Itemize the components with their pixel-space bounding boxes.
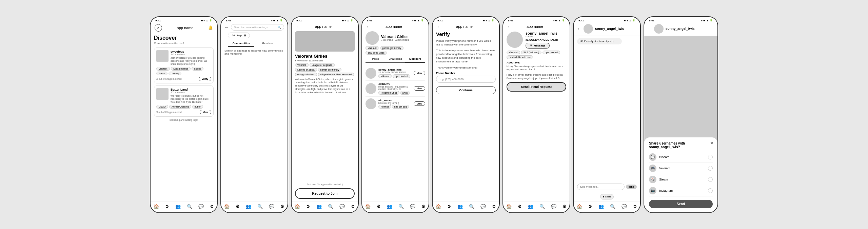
nav-chat-6[interactable]: 💬: [551, 204, 556, 209]
member-view-btn-1[interactable]: View: [414, 71, 425, 75]
share-button[interactable]: ⬆ share: [600, 194, 613, 199]
tag-butter[interactable]: butter: [192, 105, 203, 109]
nav-chat-3[interactable]: 💬: [339, 204, 345, 209]
nav-more-5[interactable]: ⚙: [492, 204, 496, 209]
tag-ac[interactable]: Animal Crossing: [169, 105, 191, 109]
share-option-valorant[interactable]: 🎮 Valorant: [649, 163, 713, 174]
nav-home-3[interactable]: 🏠: [295, 204, 300, 209]
tag-vibes-d[interactable]: only good vibes!: [295, 73, 317, 76]
steam-radio[interactable]: [708, 177, 713, 182]
continue-button[interactable]: Continue: [436, 86, 496, 94]
tag-cooking[interactable]: cooking: [169, 72, 181, 75]
tab-members[interactable]: Members: [254, 40, 281, 47]
nav-settings-3[interactable]: ⚙: [306, 204, 310, 209]
nav-home-7[interactable]: 🏠: [577, 204, 582, 209]
tag-girlie-d[interactable]: gamer girl friendly: [318, 68, 342, 72]
nav-chat-2[interactable]: 💬: [269, 204, 274, 209]
back-arrow-6[interactable]: ←: [507, 24, 512, 29]
instagram-radio[interactable]: [708, 188, 713, 193]
nav-settings-5[interactable]: ⚙: [447, 204, 451, 209]
mtag-poke-2[interactable]: Pokemon Unite: [378, 91, 399, 95]
mtag-dog-3[interactable]: has pet dog: [392, 105, 409, 109]
tag-val-4[interactable]: Valorant: [366, 46, 379, 50]
nav-search-3[interactable]: 🔍: [328, 204, 333, 209]
nav-groups-1[interactable]: 👥: [175, 204, 181, 209]
nav-chat-1[interactable]: 💬: [198, 204, 204, 209]
mtag-artist-2[interactable]: artist: [400, 91, 410, 95]
nav-settings-4[interactable]: ⚙: [377, 204, 381, 209]
nav-search-7[interactable]: 🔍: [610, 204, 615, 209]
close-icon-1[interactable]: ✕: [155, 24, 162, 32]
back-arrow-7[interactable]: ←: [577, 26, 581, 31]
nav-search-6[interactable]: 🔍: [539, 204, 545, 209]
nav-search-1[interactable]: 🔍: [187, 204, 192, 209]
nav-groups-4[interactable]: 👥: [387, 204, 392, 209]
ptag-sit2[interactable]: Sit 2 (Valorant): [521, 51, 541, 54]
nav-search-2[interactable]: 🔍: [257, 204, 263, 209]
nav-home-4[interactable]: 🏠: [365, 204, 371, 209]
tab-posts[interactable]: Posts: [366, 56, 386, 62]
nav-chat-5[interactable]: 💬: [480, 204, 486, 209]
nav-home-5[interactable]: 🏠: [436, 204, 441, 209]
ptag-openchat[interactable]: open to chat: [542, 51, 560, 54]
tag-gender-d[interactable]: d5 gender identities welcome!: [318, 73, 354, 76]
view-button-1[interactable]: View: [200, 110, 211, 114]
tab-communities[interactable]: Communities: [228, 40, 254, 47]
nav-settings-2[interactable]: ⚙: [236, 204, 240, 209]
ptag-val[interactable]: Valorant: [507, 51, 520, 54]
tab-members-list[interactable]: Members: [405, 56, 425, 62]
mtag-val-1[interactable]: Valorant: [378, 74, 392, 78]
back-arrow-8[interactable]: ←: [648, 26, 652, 31]
back-arrow-2[interactable]: ←: [224, 25, 229, 30]
modal-close-button[interactable]: ✕: [710, 141, 713, 146]
nav-home-6[interactable]: 🏠: [506, 204, 512, 209]
add-tags-button[interactable]: Add tags ⊟: [228, 33, 250, 38]
tag-baking[interactable]: baking: [192, 67, 203, 71]
verify-button-1[interactable]: Verify: [199, 77, 211, 81]
nav-chat-7[interactable]: 💬: [622, 204, 627, 209]
nav-settings-1[interactable]: ⚙: [165, 204, 169, 209]
discord-radio[interactable]: [708, 155, 713, 159]
share-option-instagram[interactable]: 📷 Instagram: [649, 185, 713, 196]
nav-chat-4[interactable]: 💬: [410, 204, 415, 209]
back-arrow-3[interactable]: ←: [296, 24, 300, 29]
nav-search-4[interactable]: 🔍: [398, 204, 404, 209]
nav-home-2[interactable]: 🏠: [224, 204, 230, 209]
share-option-discord[interactable]: 💬 Discord: [649, 152, 713, 163]
member-view-btn-3[interactable]: View: [414, 101, 425, 106]
nav-groups-3[interactable]: 👥: [316, 204, 322, 209]
nav-groups-5[interactable]: 👥: [457, 204, 463, 209]
tag-valorant-d[interactable]: Valorant: [295, 63, 309, 67]
message-button[interactable]: ✉ Message: [526, 43, 550, 49]
tag-csgo[interactable]: CSGO: [156, 105, 168, 109]
tag-vibes-4[interactable]: only good vibes: [366, 51, 387, 55]
share-option-steam[interactable]: 🎲 Steam: [649, 174, 713, 185]
request-join-button[interactable]: Request to Join: [295, 188, 355, 199]
nav-search-5[interactable]: 🔍: [469, 204, 474, 209]
member-view-btn-2[interactable]: View: [414, 86, 425, 91]
tab-chatrooms[interactable]: Chatrooms: [386, 56, 406, 62]
nav-more-6[interactable]: ⚙: [563, 204, 567, 209]
chat-type-input[interactable]: [577, 184, 625, 190]
nav-groups-7[interactable]: 👥: [598, 204, 604, 209]
nav-more-1[interactable]: ⚙: [210, 204, 214, 209]
nav-groups-6[interactable]: 👥: [528, 204, 533, 209]
tag-drinks[interactable]: drinks: [156, 72, 167, 75]
send-friend-request-button[interactable]: Send Friend Request: [507, 82, 566, 92]
nav-groups-2[interactable]: 👥: [246, 204, 251, 209]
send-share-button[interactable]: Send: [649, 200, 713, 208]
ptag-mic[interactable]: comfortable with mic: [507, 55, 533, 59]
phone-input[interactable]: [436, 76, 496, 83]
tag-zelda-d[interactable]: Legend of Zelda: [295, 68, 317, 72]
mtag-fortnite-3[interactable]: Fortnite: [378, 105, 391, 109]
valorant-radio[interactable]: [708, 166, 713, 171]
tag-girlie-4[interactable]: gamer girl friendly: [380, 46, 404, 50]
back-arrow-5[interactable]: ←: [437, 24, 441, 29]
tag-lol-d[interactable]: League of Legends: [310, 63, 335, 67]
nav-more-2[interactable]: ⚙: [280, 204, 284, 209]
nav-more-7[interactable]: ⚙: [633, 204, 637, 209]
nav-more-3[interactable]: ⚙: [351, 204, 355, 209]
nav-home-1[interactable]: 🏠: [154, 204, 159, 209]
tag-apex[interactable]: Apex Legends: [171, 67, 191, 71]
mtag-chat-1[interactable]: open to chat: [393, 74, 411, 78]
